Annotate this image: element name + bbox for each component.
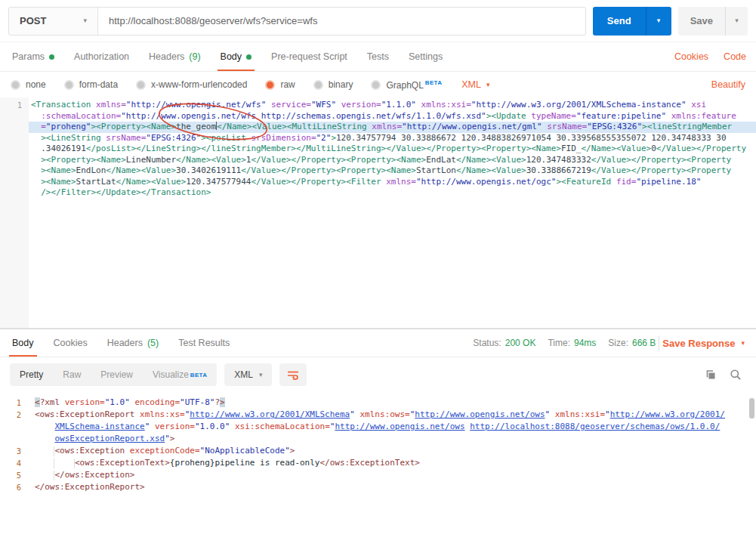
token: "EPSG:4326" bbox=[146, 133, 201, 143]
token: LineNumber bbox=[126, 155, 176, 165]
radio-x-www-form-urlencoded[interactable]: x-www-form-urlencoded bbox=[136, 79, 247, 90]
code-row: 4<ows:ExceptionText>{proheng}pipeline is… bbox=[0, 457, 756, 469]
link[interactable]: http://www.w3.org/2001/XMLSchema bbox=[190, 409, 350, 419]
send-dropdown-button[interactable]: ▾ bbox=[646, 7, 671, 36]
token: EndLon bbox=[76, 165, 106, 175]
tab-headers[interactable]: Headers(5) bbox=[97, 329, 169, 357]
view-visualize[interactable]: VisualizeBETA bbox=[143, 363, 217, 386]
tab-count: (5) bbox=[147, 338, 159, 348]
token: </Name><Value> bbox=[176, 155, 246, 165]
link[interactable]: http://www.opengis.net/ows bbox=[415, 409, 545, 419]
copy-button[interactable] bbox=[705, 369, 717, 381]
token: {proheng}pipeline is read-only bbox=[170, 458, 320, 468]
token: xmlns= bbox=[386, 177, 416, 187]
tab-params[interactable]: Params bbox=[2, 42, 64, 71]
link[interactable]: http://www.w3.org/2001/ bbox=[610, 409, 725, 419]
tab-label: Headers bbox=[149, 51, 184, 62]
line-number: 4 bbox=[0, 457, 30, 469]
code-row: /></Filter></Update></Transaction> bbox=[0, 187, 756, 199]
tab-headers[interactable]: Headers(9) bbox=[139, 42, 211, 71]
save-response-label: Save Response bbox=[662, 338, 735, 349]
token: StartLon bbox=[416, 165, 456, 175]
token: </ows:ExceptionText> bbox=[320, 458, 420, 468]
line-number: 3 bbox=[0, 445, 30, 457]
tab-body[interactable]: Body bbox=[2, 329, 44, 357]
radio-raw[interactable]: raw bbox=[265, 79, 295, 90]
response-format-select[interactable]: XML ▾ bbox=[224, 363, 272, 386]
radio-circle-icon bbox=[64, 80, 74, 90]
beta-badge: BETA bbox=[190, 372, 207, 378]
code-link[interactable]: Code bbox=[724, 51, 746, 62]
link[interactable]: owsExceptionReport.xsd bbox=[54, 434, 165, 443]
code-row: ><Property><Name>LineNumber</Name><Value… bbox=[0, 155, 756, 166]
token: "feature:pipeline" bbox=[576, 111, 666, 121]
token: > bbox=[170, 434, 175, 443]
token: "http://www.opengis.net/wfs http://schem… bbox=[121, 111, 486, 121]
url-group: POST ▾ http://localhost:8088/geoserver/w… bbox=[8, 7, 586, 36]
request-body-editor[interactable]: 1<Transaction xmlns="http://www.opengis.… bbox=[0, 97, 756, 329]
response-body-viewer[interactable]: 1<?xml version="1.0" encoding="UTF-8"?>2… bbox=[0, 392, 756, 556]
tab-label: Body bbox=[221, 51, 242, 62]
send-button-group: Send ▾ bbox=[593, 7, 671, 36]
save-response-button[interactable]: Save Response ▾ bbox=[662, 329, 754, 357]
beautify-button[interactable]: Beautify bbox=[711, 79, 745, 90]
link[interactable]: http://www.opengis.net/ows bbox=[335, 422, 464, 431]
link[interactable]: XMLSchema-instance bbox=[54, 422, 144, 431]
tab-settings[interactable]: Settings bbox=[399, 42, 452, 71]
token: "proheng" bbox=[46, 122, 91, 131]
view-pretty[interactable]: Pretty bbox=[10, 363, 53, 386]
code-row: ><Name>StartLat</Name><Value>120.3475779… bbox=[0, 177, 756, 188]
code-text: :schemaLocation="http://www.opengis.net/… bbox=[29, 111, 756, 122]
code-row: 1<?xml version="1.0" encoding="UTF-8"?> bbox=[0, 397, 756, 409]
body-format-select[interactable]: XML ▾ bbox=[461, 79, 489, 90]
token bbox=[35, 459, 54, 468]
search-button[interactable] bbox=[730, 369, 742, 381]
radio-none[interactable]: none bbox=[11, 79, 46, 90]
token bbox=[266, 100, 271, 110]
code-row: 3<ows:Exception exceptionCode="NoApplica… bbox=[0, 445, 756, 457]
method-select[interactable]: POST ▾ bbox=[9, 8, 98, 35]
url-text: http://localhost:8088/geoserver/wfs?serv… bbox=[109, 15, 317, 26]
radio-form-data[interactable]: form-data bbox=[64, 79, 118, 90]
tab-tests[interactable]: Tests bbox=[357, 42, 399, 71]
token bbox=[150, 422, 155, 431]
line-number bbox=[0, 144, 29, 155]
save-button[interactable]: Save bbox=[678, 7, 725, 36]
token: :schemaLocation= bbox=[41, 111, 121, 121]
line-number bbox=[0, 421, 30, 433]
tab-authorization[interactable]: Authorization bbox=[64, 42, 139, 71]
token: <ows:Exception bbox=[54, 446, 129, 456]
line-number: 1 bbox=[0, 397, 30, 409]
scrollbar-thumb[interactable] bbox=[749, 398, 754, 419]
radio-label: form-data bbox=[79, 79, 118, 90]
token: 0 bbox=[651, 144, 656, 153]
radio-binary[interactable]: binary bbox=[313, 79, 353, 90]
view-preview[interactable]: Preview bbox=[91, 363, 143, 386]
status-value: 200 OK bbox=[505, 338, 536, 348]
tab-pre-request-script[interactable]: Pre-request Script bbox=[261, 42, 357, 71]
tab-test-results[interactable]: Test Results bbox=[168, 329, 239, 357]
token: srsName= bbox=[106, 133, 146, 143]
tab-label: Headers bbox=[107, 338, 143, 348]
token: /></Filter></Update></Transaction> bbox=[41, 187, 211, 197]
chevron-down-icon: ▾ bbox=[735, 17, 739, 24]
token: </Value></Property><Property><Name> bbox=[251, 155, 426, 165]
tab-body[interactable]: Body bbox=[211, 42, 262, 71]
token bbox=[336, 100, 341, 110]
url-input[interactable]: http://localhost:8088/geoserver/wfs?serv… bbox=[98, 8, 585, 35]
tab-label: Tests bbox=[367, 51, 389, 62]
send-button[interactable]: Send bbox=[593, 7, 646, 36]
tab-cookies[interactable]: Cookies bbox=[44, 329, 97, 357]
code-row: 2<ows:ExceptionReport xmlns:xs="http://w… bbox=[0, 409, 756, 421]
line-number bbox=[0, 133, 29, 144]
save-dropdown-button[interactable]: ▾ bbox=[725, 7, 748, 36]
link[interactable]: http://localhost:8088/geoserver/schemas/… bbox=[470, 422, 720, 431]
cookies-link[interactable]: Cookies bbox=[674, 51, 708, 62]
view-raw[interactable]: Raw bbox=[53, 363, 91, 386]
token: "pipeline.18" bbox=[636, 177, 701, 187]
code-row: XMLSchema-instance" version="1.0.0" xsi:… bbox=[0, 421, 756, 433]
response-toolbar-right bbox=[705, 369, 746, 381]
wrap-text-button[interactable] bbox=[279, 363, 307, 386]
token: xsi bbox=[691, 100, 706, 110]
radio-graphql[interactable]: GraphQLBETA bbox=[371, 79, 442, 91]
